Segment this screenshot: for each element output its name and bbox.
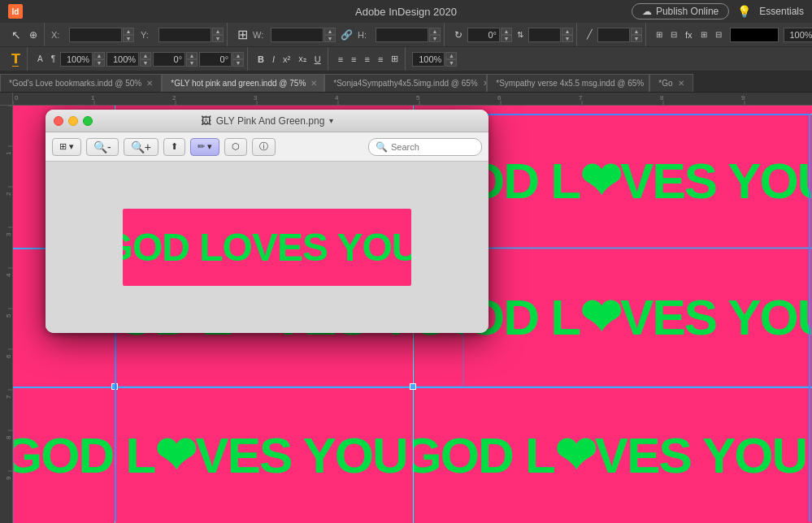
stroke-color-swatch[interactable] xyxy=(730,28,779,42)
zoom-input[interactable] xyxy=(784,28,812,42)
svg-text:1: 1 xyxy=(5,151,12,155)
z2-up[interactable]: ▲ xyxy=(445,52,457,59)
rot-down[interactable]: ▼ xyxy=(501,35,512,42)
x-input[interactable]: 7.9965 in xyxy=(69,28,122,42)
svg-text:8: 8 xyxy=(5,435,12,439)
rot-up[interactable]: ▲ xyxy=(501,28,512,35)
align-right-btn[interactable]: ≡ xyxy=(362,51,373,67)
fx-btn[interactable]: fx xyxy=(682,27,696,43)
distribute-btn[interactable]: ⊟ xyxy=(667,27,680,43)
h-input[interactable]: 1.2674 in xyxy=(376,28,428,42)
rotation3-input[interactable] xyxy=(199,52,232,67)
zoom2-input[interactable] xyxy=(412,52,445,67)
tab-1-close[interactable]: ✕ xyxy=(310,79,317,88)
align-center-btn[interactable]: ≡ xyxy=(348,51,359,67)
rotation-input[interactable] xyxy=(467,28,500,42)
rotation2-input[interactable] xyxy=(153,52,185,67)
font-size-input[interactable] xyxy=(60,52,93,67)
mac-close-btn[interactable] xyxy=(54,116,63,126)
underline-btn[interactable]: U xyxy=(311,51,324,67)
rotation-icon[interactable]: ↻ xyxy=(451,27,466,43)
mac-zoom-out-btn[interactable]: 🔍- xyxy=(86,138,119,156)
y-down-arrow[interactable]: ▼ xyxy=(212,35,224,42)
superscript-btn[interactable]: x² xyxy=(280,51,293,67)
tab-0-close[interactable]: ✕ xyxy=(146,79,153,88)
r2-down[interactable]: ▼ xyxy=(186,59,198,67)
lh-down[interactable]: ▼ xyxy=(140,59,151,67)
layout-btn[interactable]: ⊟ xyxy=(712,27,725,43)
svg-text:7: 7 xyxy=(579,94,583,102)
text-tool-btn[interactable]: T̲ xyxy=(8,51,24,67)
handle-r3-tm-box[interactable] xyxy=(410,383,416,390)
r2-up[interactable]: ▲ xyxy=(186,52,198,59)
align-justify-btn[interactable]: ≡ xyxy=(375,51,386,67)
tab-3[interactable]: *Sympathy verse 4x5.5 msg.indd @ 65% ✕ xyxy=(487,74,649,92)
stroke-input[interactable]: 0 pt xyxy=(597,28,630,42)
main-content: 0 1 2 3 4 5 6 7 8 xyxy=(0,93,812,523)
mac-stamp-btn[interactable]: ⬡ xyxy=(224,138,247,156)
selection-tool-btn[interactable]: ↖ xyxy=(8,27,24,43)
grid-btn[interactable]: ⊞ xyxy=(697,27,710,43)
x-up-arrow[interactable]: ▲ xyxy=(123,28,134,35)
tile-6: GOD L❤VES YOU! xyxy=(413,387,813,523)
mac-file-icon: 🖼 xyxy=(201,115,211,127)
lh-up[interactable]: ▲ xyxy=(140,52,151,59)
mac-info-btn[interactable]: ⓘ xyxy=(252,138,276,156)
fs-up[interactable]: ▲ xyxy=(93,52,105,59)
zoom2-spinner: ▲ ▼ xyxy=(412,52,457,67)
tab-1[interactable]: *GLY hot pink and green.indd @ 75% ✕ xyxy=(162,74,324,92)
flip-btn[interactable]: ⇅ xyxy=(514,27,527,43)
h-up-arrow[interactable]: ▲ xyxy=(429,28,441,35)
z2-down[interactable]: ▼ xyxy=(445,59,457,67)
w-input[interactable]: 4.9931 in xyxy=(271,28,323,42)
italic-btn[interactable]: I xyxy=(269,51,278,67)
ruler-horizontal: 0 1 2 3 4 5 6 7 8 xyxy=(13,93,812,106)
sx-down[interactable]: ▼ xyxy=(562,35,573,42)
w-down-arrow[interactable]: ▼ xyxy=(324,35,336,42)
mac-minimize-btn[interactable] xyxy=(68,116,78,126)
scale-x-input[interactable]: 100% xyxy=(528,28,561,42)
cloud-icon: ☁ xyxy=(642,6,652,17)
r3-down[interactable]: ▼ xyxy=(232,59,244,67)
fs-down[interactable]: ▼ xyxy=(93,59,105,67)
zoom-spinner: ▲ ▼ xyxy=(784,28,812,42)
mac-share-btn[interactable]: ⬆ xyxy=(163,138,185,156)
w-up-arrow[interactable]: ▲ xyxy=(324,28,336,35)
str-up[interactable]: ▲ xyxy=(631,28,642,35)
char-style-btn[interactable]: A xyxy=(34,51,46,67)
svg-text:9: 9 xyxy=(5,476,12,480)
reference-point-btn[interactable]: ⊞ xyxy=(234,27,251,43)
y-input[interactable]: 7.3733 in xyxy=(158,28,211,42)
transform-tool-btn[interactable]: ⊕ xyxy=(26,27,41,43)
tab-0[interactable]: *God's Love bookmarks.indd @ 50% ✕ xyxy=(0,74,162,92)
svg-text:9: 9 xyxy=(741,94,745,102)
publish-online-button[interactable]: ☁ Publish Online xyxy=(632,3,729,19)
stroke-icon[interactable]: ╱ xyxy=(584,27,596,43)
tab-4-close[interactable]: ✕ xyxy=(678,79,684,88)
mac-zoom-in-btn[interactable]: 🔍+ xyxy=(124,138,158,156)
mac-search-box[interactable]: 🔍 xyxy=(368,138,482,156)
mac-pen-btn[interactable]: ✏ ▾ xyxy=(190,138,219,156)
align-left-btn[interactable]: ≡ xyxy=(335,51,346,67)
tab-2-label: *Sonja4Sympathy4x5.5img.indd @ 65% xyxy=(333,79,477,88)
str-down[interactable]: ▼ xyxy=(631,35,642,42)
tab-2[interactable]: *Sonja4Sympathy4x5.5img.indd @ 65% ✕ xyxy=(324,74,487,92)
tile-4-text: GOD L❤VES YOU! xyxy=(463,292,812,343)
x-down-arrow[interactable]: ▼ xyxy=(123,35,134,42)
align-btn[interactable]: ⊞ xyxy=(653,27,666,43)
h-down-arrow[interactable]: ▼ xyxy=(429,35,441,42)
constrain-btn[interactable]: 🔗 xyxy=(337,27,356,43)
mac-view-btn[interactable]: ⊞ ▾ xyxy=(52,138,81,156)
tab-4[interactable]: *Go ✕ xyxy=(649,74,693,92)
mac-maximize-btn[interactable] xyxy=(83,116,93,126)
columns-btn[interactable]: ⊞ xyxy=(388,51,402,67)
line-height-input[interactable] xyxy=(106,52,139,67)
stroke-spinner: 0 pt ▲ ▼ xyxy=(597,28,642,42)
y-up-arrow[interactable]: ▲ xyxy=(212,28,224,35)
subscript-btn[interactable]: x₂ xyxy=(295,51,310,67)
para-style-btn[interactable]: ¶ xyxy=(48,51,59,67)
r3-up[interactable]: ▲ xyxy=(232,52,244,59)
bold-btn[interactable]: B xyxy=(254,51,267,67)
mac-search-input[interactable] xyxy=(391,142,475,152)
sx-up[interactable]: ▲ xyxy=(562,28,573,35)
